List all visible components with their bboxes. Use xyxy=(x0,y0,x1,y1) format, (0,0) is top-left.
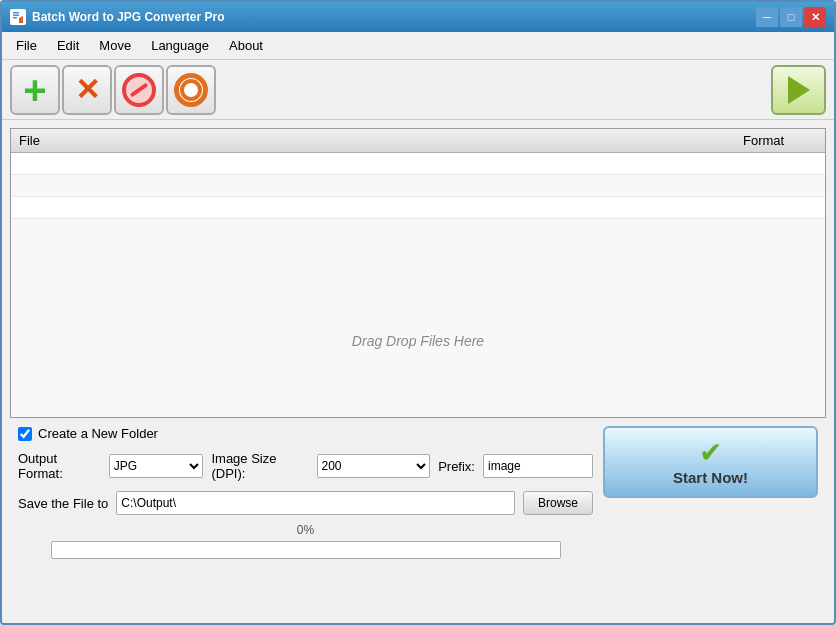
file-list-container[interactable]: File Format Drag Drop Files Here xyxy=(10,128,826,418)
svg-rect-3 xyxy=(13,17,17,19)
menu-edit[interactable]: Edit xyxy=(47,34,89,57)
convert-arrow-icon xyxy=(788,76,810,104)
create-folder-checkbox[interactable] xyxy=(18,427,32,441)
col-file-header: File xyxy=(11,129,735,153)
options-row: Output Format: JPG PNG BMP TIFF Image Si… xyxy=(18,451,593,481)
drop-zone-text: Drag Drop Files Here xyxy=(19,221,817,418)
svg-rect-2 xyxy=(13,15,19,17)
app-icon xyxy=(10,9,26,25)
right-controls: ✔ Start Now! xyxy=(603,426,818,498)
minimize-button[interactable]: ─ xyxy=(756,7,778,27)
start-now-button[interactable]: ✔ Start Now! xyxy=(603,426,818,498)
title-bar: Batch Word to JPG Converter Pro ─ □ ✕ xyxy=(2,2,834,32)
table-row xyxy=(11,175,825,197)
window-controls: ─ □ ✕ xyxy=(756,7,826,27)
output-row: Save the File to Browse xyxy=(18,491,593,515)
prefix-input[interactable] xyxy=(483,454,593,478)
left-controls: Create a New Folder Output Format: JPG P… xyxy=(18,426,593,559)
menu-move[interactable]: Move xyxy=(89,34,141,57)
start-checkmark-icon: ✔ xyxy=(699,439,722,467)
svg-rect-1 xyxy=(13,12,19,14)
remove-file-button[interactable] xyxy=(62,65,112,115)
maximize-button[interactable]: □ xyxy=(780,7,802,27)
toolbar xyxy=(2,60,834,120)
table-row xyxy=(11,153,825,175)
add-icon xyxy=(17,72,53,108)
menu-file[interactable]: File xyxy=(6,34,47,57)
bottom-section: Create a New Folder Output Format: JPG P… xyxy=(10,418,826,567)
progress-row: 0% xyxy=(18,523,593,559)
image-size-select[interactable]: 72 96 150 200 300 600 xyxy=(317,454,431,478)
remove-icon xyxy=(69,72,105,108)
col-format-header: Format xyxy=(735,129,825,153)
output-format-label: Output Format: xyxy=(18,451,101,481)
close-button[interactable]: ✕ xyxy=(804,7,826,27)
menu-language[interactable]: Language xyxy=(141,34,219,57)
file-table: File Format Drag Drop Files Here xyxy=(11,129,825,418)
help-icon xyxy=(174,73,208,107)
save-label: Save the File to xyxy=(18,496,108,511)
help-button[interactable] xyxy=(166,65,216,115)
progress-bar-container xyxy=(51,541,561,559)
window-title: Batch Word to JPG Converter Pro xyxy=(32,10,756,24)
add-files-button[interactable] xyxy=(10,65,60,115)
create-folder-label: Create a New Folder xyxy=(38,426,158,441)
image-size-label: Image Size (DPI): xyxy=(211,451,308,481)
table-row: Drag Drop Files Here xyxy=(11,219,825,419)
menu-bar: File Edit Move Language About xyxy=(2,32,834,60)
prefix-label: Prefix: xyxy=(438,459,475,474)
output-format-select[interactable]: JPG PNG BMP TIFF xyxy=(109,454,204,478)
start-now-label: Start Now! xyxy=(673,469,748,486)
window-content: File Format Drag Drop Files Here xyxy=(2,120,834,623)
table-row xyxy=(11,197,825,219)
progress-label: 0% xyxy=(297,523,314,537)
main-window: Batch Word to JPG Converter Pro ─ □ ✕ Fi… xyxy=(0,0,836,625)
convert-button[interactable] xyxy=(771,65,826,115)
browse-button[interactable]: Browse xyxy=(523,491,593,515)
cancel-button[interactable] xyxy=(114,65,164,115)
cancel-icon xyxy=(122,73,156,107)
menu-about[interactable]: About xyxy=(219,34,273,57)
output-path-input[interactable] xyxy=(116,491,515,515)
create-folder-row: Create a New Folder xyxy=(18,426,593,441)
